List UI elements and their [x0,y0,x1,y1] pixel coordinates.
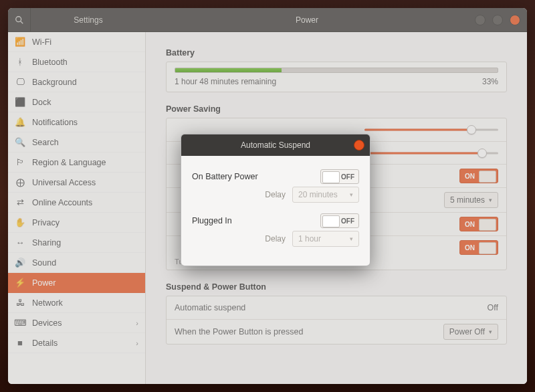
bluetooth-toggle[interactable]: ON [459,240,498,255]
battery-bar [175,68,498,73]
plugged-in-label: Plugged In [192,216,314,225]
settings-window: Settings Power 📶Wi-FiᚼBluetooth🖵Backgrou… [8,8,527,384]
suspend-panel: Automatic suspend Off When the Power But… [166,296,507,345]
online-accounts-icon: ⇄ [15,197,25,207]
sidebar-item-label: Power [32,278,56,288]
dock-icon: ⬛ [15,97,25,107]
sidebar-item-label: Wi-Fi [32,37,51,47]
dialog-title: Automatic Suspend [181,140,370,150]
sidebar-item-bluetooth[interactable]: ᚼBluetooth [8,52,145,72]
keyboard-slider[interactable] [364,148,498,159]
network-icon: 🖧 [15,298,25,308]
notifications-icon: 🔔 [15,117,25,127]
sidebar-item-label: Privacy [32,218,60,227]
power-button-label: When the Power Button is pressed [175,327,437,336]
sharing-icon: ↔ [15,237,25,248]
sidebar: 📶Wi-FiᚼBluetooth🖵Background⬛Dock🔔Notific… [8,32,146,384]
sidebar-item-notifications[interactable]: 🔔Notifications [8,112,145,132]
region-language-icon: 🏳 [15,157,25,167]
sidebar-item-network[interactable]: 🖧Network [8,293,145,313]
chevron-down-icon: ▾ [350,191,353,198]
sidebar-item-label: Notifications [32,118,78,127]
sidebar-item-label: Dock [32,98,51,107]
chevron-down-icon: ▾ [489,197,492,203]
dialog-close-button[interactable] [354,140,364,151]
sidebar-item-privacy[interactable]: ✋Privacy [8,213,145,233]
sidebar-item-label: Region & Language [32,158,106,167]
chevron-down-icon: ▾ [489,328,492,335]
dialog-titlebar: Automatic Suspend [181,134,370,156]
close-button[interactable] [510,15,520,25]
wi-fi-icon: 📶 [15,37,25,47]
brightness-slider[interactable] [364,124,498,135]
blank-screen-dropdown[interactable]: 5 minutes▾ [444,192,498,208]
titlebar: Settings Power [8,8,527,32]
power-button-row: When the Power Button is pressed Power O… [167,319,506,344]
sidebar-title: Settings [31,15,146,25]
page-title: Power [146,15,468,25]
battery-delay-label: Delay [265,190,286,199]
plugged-delay-dropdown[interactable]: 1 hour▾ [292,231,359,247]
dim-toggle[interactable]: ON [459,169,498,183]
sidebar-item-details[interactable]: ■Details› [8,333,145,353]
search-button[interactable] [8,8,31,31]
battery-delay-dropdown[interactable]: 20 minutes▾ [292,187,359,203]
auto-suspend-value: Off [488,303,498,312]
chevron-right-icon: › [136,319,138,327]
battery-percent-text: 33% [482,77,498,86]
search-icon: 🔍 [15,137,25,147]
plugged-in-toggle[interactable]: OFF [320,213,359,228]
background-icon: 🖵 [15,77,25,87]
minimize-button[interactable] [475,15,486,25]
search-icon [15,15,24,25]
battery-panel: 1 hour 48 minutes remaining 33% [166,62,507,92]
sound-icon: 🔊 [15,258,25,268]
sidebar-item-sound[interactable]: 🔊Sound [8,253,145,273]
sidebar-item-devices[interactable]: ⌨Devices› [8,313,145,333]
privacy-icon: ✋ [15,217,25,227]
devices-icon: ⌨ [15,318,25,328]
sidebar-item-label: Background [32,78,77,87]
maximize-button[interactable] [492,15,503,25]
battery-section-title: Battery [166,48,507,58]
sidebar-item-label: Bluetooth [32,58,68,67]
sidebar-item-label: Devices [32,318,62,328]
sidebar-item-wi-fi[interactable]: 📶Wi-Fi [8,32,145,52]
bluetooth-icon: ᚼ [15,57,25,67]
sidebar-item-label: Details [32,338,58,348]
svg-line-1 [20,21,23,23]
wifi-toggle[interactable]: ON [459,217,498,231]
sidebar-item-sharing[interactable]: ↔Sharing [8,233,145,253]
sidebar-item-background[interactable]: 🖵Background [8,72,145,92]
details-icon: ■ [15,338,25,348]
sidebar-item-dock[interactable]: ⬛Dock [8,92,145,112]
chevron-right-icon: › [136,339,138,347]
sidebar-item-label: Network [32,298,63,308]
suspend-section-title: Suspend & Power Button [166,282,507,292]
battery-remaining-text: 1 hour 48 minutes remaining [175,77,276,86]
sidebar-item-universal-access[interactable]: ⨁Universal Access [8,173,145,193]
window-controls [468,15,527,25]
battery-bar-fill [175,68,282,72]
sidebar-item-label: Sharing [32,238,61,248]
battery-power-toggle[interactable]: OFF [320,169,359,184]
sidebar-item-label: Online Accounts [32,198,92,207]
sidebar-item-power[interactable]: ⚡Power [8,273,145,293]
battery-power-label: On Battery Power [192,172,314,181]
svg-point-0 [15,16,21,21]
sidebar-item-region-language[interactable]: 🏳Region & Language [8,153,145,173]
power-saving-section-title: Power Saving [166,104,507,114]
sidebar-item-search[interactable]: 🔍Search [8,132,145,153]
sidebar-item-online-accounts[interactable]: ⇄Online Accounts [8,193,145,213]
sidebar-item-label: Sound [32,258,56,268]
power-icon: ⚡ [15,278,25,288]
auto-suspend-row[interactable]: Automatic suspend Off [167,296,506,319]
chevron-down-icon: ▾ [350,235,353,242]
power-button-dropdown[interactable]: Power Off▾ [443,324,498,340]
automatic-suspend-dialog: Automatic Suspend On Battery Power OFF D… [181,134,370,266]
universal-access-icon: ⨁ [15,177,25,187]
sidebar-item-label: Universal Access [32,178,96,187]
sidebar-item-label: Search [32,138,59,147]
plugged-delay-label: Delay [265,234,286,243]
auto-suspend-label: Automatic suspend [175,303,481,312]
